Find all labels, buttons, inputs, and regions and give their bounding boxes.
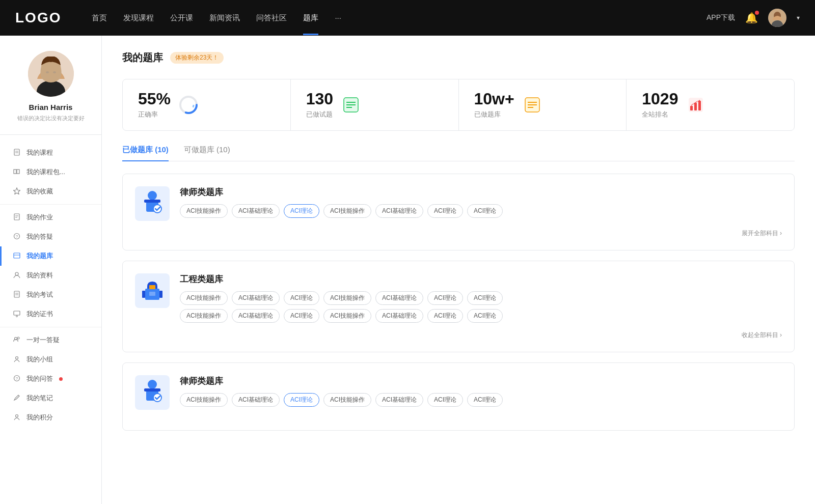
sidebar-item-my-course[interactable]: 我的课程 — [0, 143, 101, 162]
tag-1-2[interactable]: ACI基础理论 — [232, 204, 280, 218]
collapse-button-2[interactable]: 收起全部科目 › — [742, 331, 782, 340]
svg-rect-54 — [144, 200, 160, 203]
svg-rect-49 — [694, 103, 697, 110]
qbank-card-lawyer-1: 律师类题库 ACI技能操作 ACI基础理论 ACI理论 ACI技能操作 ACI基… — [122, 174, 795, 250]
tag-2-13[interactable]: ACI理论 — [427, 309, 463, 323]
profile-avatar[interactable] — [28, 51, 74, 97]
tag-2-14[interactable]: ACI理论 — [467, 309, 503, 323]
main-content: 我的题库 体验剩余23天！ 55% 正确率 — [102, 36, 815, 504]
tab-done-banks[interactable]: 已做题库 (10) — [122, 145, 169, 161]
qbank-tags-2-row2: ACI技能操作 ACI基础理论 ACI理论 ACI技能操作 ACI基础理论 AC… — [180, 309, 782, 323]
sidebar-item-favorites[interactable]: 我的收藏 — [0, 182, 101, 201]
qbank-footer-1: 展开全部科目 › — [135, 229, 782, 238]
svg-rect-48 — [690, 106, 693, 110]
sidebar-item-exam[interactable]: 我的考试 — [0, 285, 101, 304]
tag-3-2[interactable]: ACI基础理论 — [232, 393, 280, 407]
tag-1-4[interactable]: ACI技能操作 — [323, 204, 371, 218]
qbank-title-1: 律师类题库 — [180, 186, 782, 198]
nav-link-qbank[interactable]: 题库 — [303, 13, 318, 23]
tag-2-3[interactable]: ACI理论 — [284, 291, 319, 305]
app-download-button[interactable]: APP下载 — [707, 13, 735, 22]
sidebar-item-certificate[interactable]: 我的证书 — [0, 304, 101, 324]
svg-marker-14 — [14, 188, 20, 194]
tag-2-12[interactable]: ACI基础理论 — [375, 309, 423, 323]
sidebar-label-notes: 我的笔记 — [26, 394, 53, 403]
stat-accuracy: 55% 正确率 — [123, 79, 291, 130]
sidebar-item-qbank[interactable]: 我的题库 — [0, 246, 101, 266]
nav-link-qa[interactable]: 问答社区 — [256, 13, 287, 23]
tag-2-5[interactable]: ACI基础理论 — [375, 291, 423, 305]
sidebar-item-qa[interactable]: ? 我的答疑 — [0, 227, 101, 246]
done-q-icon — [341, 95, 361, 115]
svg-point-33 — [16, 414, 18, 417]
nav-link-news[interactable]: 新闻资讯 — [209, 13, 240, 23]
stat-rank-value: 1029 — [642, 91, 678, 107]
tag-3-5[interactable]: ACI基础理论 — [375, 393, 423, 407]
stat-accuracy-text: 55% 正确率 — [138, 91, 171, 119]
avatar[interactable] — [768, 9, 786, 27]
stat-rank-label: 全站排名 — [642, 110, 678, 119]
svg-point-27 — [16, 315, 18, 317]
logo[interactable]: LOGO — [15, 10, 61, 26]
tag-1-7[interactable]: ACI理论 — [467, 204, 503, 218]
svg-point-36 — [183, 100, 194, 110]
tag-2-1[interactable]: ACI技能操作 — [180, 291, 228, 305]
sidebar-item-my-qa[interactable]: ? 我的问答 — [0, 369, 101, 388]
nav-link-more[interactable]: ··· — [335, 13, 341, 23]
tag-2-7[interactable]: ACI理论 — [467, 291, 503, 305]
sidebar-label-group: 我的小组 — [26, 355, 53, 364]
certificate-icon — [12, 310, 21, 319]
tag-3-3[interactable]: ACI理论 — [284, 393, 319, 407]
qbank-tags-1: ACI技能操作 ACI基础理论 ACI理论 ACI技能操作 ACI基础理论 AC… — [180, 204, 782, 218]
svg-rect-65 — [144, 388, 160, 391]
tag-1-1[interactable]: ACI技能操作 — [180, 204, 228, 218]
expand-button-1[interactable]: 展开全部科目 › — [742, 229, 782, 238]
svg-rect-13 — [17, 170, 19, 174]
profile-icon — [12, 271, 21, 280]
tab-available-banks[interactable]: 可做题库 (10) — [184, 145, 230, 161]
tag-2-10[interactable]: ACI理论 — [284, 309, 319, 323]
qbank-card-engineer: 工程类题库 ACI技能操作 ACI基础理论 ACI理论 ACI技能操作 ACI基… — [122, 261, 795, 352]
tag-1-5[interactable]: ACI基础理论 — [375, 204, 423, 218]
tag-3-4[interactable]: ACI技能操作 — [323, 393, 371, 407]
tag-2-2[interactable]: ACI基础理论 — [232, 291, 280, 305]
notification-bell[interactable]: 🔔 — [745, 12, 758, 24]
accuracy-icon — [179, 95, 198, 115]
tag-3-6[interactable]: ACI理论 — [427, 393, 463, 407]
dropdown-arrow-icon[interactable]: ▾ — [797, 14, 800, 21]
sidebar-item-group[interactable]: 我的小组 — [0, 350, 101, 369]
sidebar-item-homework[interactable]: 我的作业 — [0, 208, 101, 227]
sidebar-item-one-on-one[interactable]: 一对一答疑 — [0, 330, 101, 350]
group-icon — [12, 355, 21, 364]
tag-2-6[interactable]: ACI理论 — [427, 291, 463, 305]
tag-2-4[interactable]: ACI技能操作 — [323, 291, 371, 305]
nav-links: 首页 发现课程 公开课 新闻资讯 问答社区 题库 ··· — [92, 13, 707, 23]
svg-text:?: ? — [16, 376, 18, 381]
stat-done-q-text: 130 已做试题 — [306, 91, 333, 119]
sidebar-item-points[interactable]: 我的积分 — [0, 408, 101, 427]
tag-2-9[interactable]: ACI基础理论 — [232, 309, 280, 323]
sidebar-item-profile[interactable]: 我的资料 — [0, 266, 101, 285]
tag-2-8[interactable]: ACI技能操作 — [180, 309, 228, 323]
tag-3-7[interactable]: ACI理论 — [467, 393, 503, 407]
svg-rect-60 — [159, 291, 162, 298]
nav-link-open[interactable]: 公开课 — [170, 13, 193, 23]
tag-3-1[interactable]: ACI技能操作 — [180, 393, 228, 407]
nav-link-home[interactable]: 首页 — [92, 13, 107, 23]
sidebar-item-notes[interactable]: 我的笔记 — [0, 388, 101, 408]
tag-2-11[interactable]: ACI技能操作 — [323, 309, 371, 323]
qbank-card-header-3: 律师类题库 ACI技能操作 ACI基础理论 ACI理论 ACI技能操作 ACI基… — [135, 375, 782, 410]
qbank-lawyer-icon-2 — [135, 375, 170, 410]
qbank-info-3: 律师类题库 ACI技能操作 ACI基础理论 ACI理论 ACI技能操作 ACI基… — [180, 375, 782, 407]
sidebar-label-my-qa: 我的问答 — [26, 374, 53, 383]
homework-icon — [12, 213, 21, 222]
stat-done-b-value: 10w+ — [474, 91, 514, 107]
nav-link-discover[interactable]: 发现课程 — [123, 13, 154, 23]
svg-rect-58 — [149, 285, 155, 289]
tag-1-6[interactable]: ACI理论 — [427, 204, 463, 218]
stat-done-banks: 10w+ 已做题库 — [459, 79, 627, 130]
sidebar-item-course-package[interactable]: 我的课程包... — [0, 162, 101, 182]
profile-avatar-image — [28, 51, 74, 97]
qbank-icon — [12, 252, 21, 261]
tag-1-3[interactable]: ACI理论 — [284, 204, 319, 218]
